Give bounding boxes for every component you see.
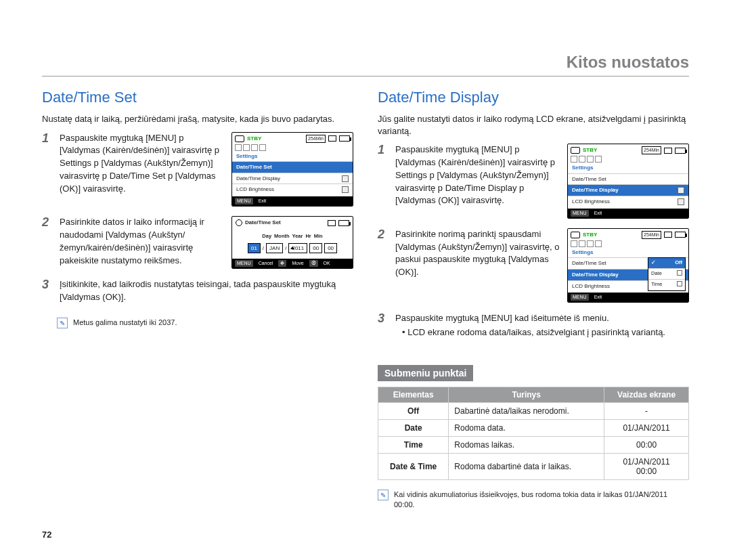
- table-row: Date Rodoma data. 01/JAN/2011: [378, 420, 689, 437]
- lcd-item-selected: Date/Time Display: [568, 184, 688, 196]
- step-number: 3: [42, 278, 54, 304]
- step-text: Paspauskite mygtuką [MENU] p [Valdymas (…: [60, 132, 226, 196]
- note-icon: ✎: [57, 318, 68, 328]
- stby-label: STBY: [583, 146, 597, 154]
- left-column: Date/Time Set Nustatę datą ir laiką, per…: [42, 89, 353, 511]
- item-icon: [678, 187, 684, 194]
- lcd-item: Date/Time Set: [568, 173, 688, 185]
- exit-label: Exit: [594, 294, 602, 301]
- popup-item: Time: [648, 280, 685, 290]
- col-label: Year: [292, 233, 303, 240]
- popup-item: Date: [648, 269, 685, 280]
- card-icon: [328, 135, 336, 142]
- page-header: Kitos nuostatos: [42, 53, 689, 77]
- battery-icon: [338, 220, 349, 226]
- left-step-2: 2 Pasirinkite datos ir laiko informaciją…: [42, 216, 353, 269]
- exit-label: Exit: [594, 210, 602, 217]
- content-columns: Date/Time Set Nustatę datą ir laiką, per…: [42, 89, 689, 511]
- right-step-3: 3 Paspauskite mygtuką [MENU] kad išeitum…: [378, 312, 689, 339]
- step-number: 1: [378, 144, 390, 219]
- note-text: Kai vidinis akumuliatorius išsieikvojęs,…: [394, 490, 689, 511]
- move-label: Move: [292, 260, 303, 267]
- popup-item: ✓Off: [648, 258, 685, 269]
- nav-icons: [232, 144, 353, 152]
- note-text: Metus galima nustatyti iki 2037.: [73, 318, 177, 328]
- col-label: Min: [314, 233, 323, 240]
- left-step-3: 3 Įsitikinkite, kad laikrodis nustatytas…: [42, 278, 353, 304]
- card-icon: [664, 148, 672, 154]
- exit-label: Exit: [259, 198, 267, 204]
- right-step-1: 1 Paspauskite mygtuką [MENU] p [Valdymas…: [378, 144, 689, 219]
- battery-icon: [339, 135, 350, 142]
- stby-label: STBY: [583, 231, 597, 239]
- cancel-label: Cancel: [259, 260, 273, 267]
- col-label: Hr: [305, 233, 311, 240]
- table-row: Time Rodomas laikas. 00:00: [378, 437, 689, 454]
- card-icon: [664, 232, 672, 238]
- minutes-label: 254Min: [306, 135, 326, 143]
- section-label: Settings: [568, 249, 688, 258]
- right-intro: Jūs galite nustatyti datos ir laiko rody…: [378, 113, 689, 137]
- lcd-screenshot-4: STBY 254Min Settings Date/Time Set Date/…: [567, 228, 689, 303]
- minutes-label: 254Min: [642, 231, 661, 239]
- gear-icon: [236, 219, 242, 226]
- stby-label: STBY: [247, 135, 261, 143]
- right-note: ✎ Kai vidinis akumuliatorius išsieikvoję…: [378, 490, 689, 511]
- step-number: 3: [378, 312, 390, 339]
- ok-label: OK: [324, 260, 330, 267]
- popup-menu: ✓Off Date Time: [648, 257, 686, 291]
- item-icon: [342, 175, 349, 182]
- table-row: Off Dabartinė data/laikas nerodomi. -: [378, 403, 689, 420]
- step-number: 1: [42, 132, 54, 207]
- item-icon: [678, 198, 684, 205]
- table-row: Date & Time Rodoma dabartinė data ir lai…: [378, 454, 689, 480]
- right-title: Date/Time Display: [378, 89, 689, 106]
- lcd-screenshot-2: Date/Time Set Day Month Year Hr Min: [231, 216, 353, 269]
- val-day: 01: [248, 243, 261, 254]
- menu-button-label: MENU: [235, 260, 253, 267]
- arrow-up-icon: [290, 246, 294, 249]
- th-element: Elementas: [378, 387, 449, 403]
- step-text: Įsitikinkite, kad laikrodis nustatytas t…: [60, 278, 353, 304]
- lcd-title: Date/Time Set: [245, 219, 281, 227]
- step-text: Paspauskite mygtuką [MENU] kad išeitumėt…: [395, 312, 689, 325]
- right-column: Date/Time Display Jūs galite nustatyti d…: [378, 89, 689, 511]
- val-hr: 00: [309, 243, 322, 254]
- battery-icon: [675, 232, 686, 238]
- right-step-2: 2 Pasirinkite norimą parinktį spausdami …: [378, 228, 689, 303]
- section-label: Settings: [568, 164, 688, 173]
- step-text: Pasirinkite norimą parinktį spausdami [V…: [395, 228, 562, 279]
- step-number: 2: [378, 228, 390, 303]
- submenu-table: Elementas Turinys Vaizdas ekrane Off Dab…: [378, 387, 689, 480]
- menu-button-label: MENU: [571, 210, 589, 217]
- section-label: Settings: [232, 152, 353, 162]
- lcd-item: Date/Time Display: [232, 173, 353, 184]
- lcd-item: LCD Brightness: [568, 196, 688, 207]
- left-step-1: 1 Paspauskite mygtuką [MENU] p [Valdymas…: [42, 132, 353, 207]
- left-intro: Nustatę datą ir laiką, peržiūrėdami įraš…: [42, 113, 353, 125]
- nav-icons: [568, 156, 688, 164]
- camera-icon: [571, 147, 580, 154]
- left-note: ✎ Metus galima nustatyti iki 2037.: [57, 318, 353, 328]
- val-min: 00: [324, 243, 337, 254]
- col-label: Month: [274, 233, 290, 240]
- lcd-screenshot-3: STBY 254Min Settings Date/Time Set Date/…: [567, 144, 689, 219]
- left-title: Date/Time Set: [42, 89, 353, 106]
- lcd-item: LCD Brightness: [232, 184, 353, 195]
- item-icon: [342, 186, 349, 193]
- battery-icon: [675, 148, 686, 154]
- step-text: Pasirinkite datos ir laiko informaciją i…: [60, 216, 226, 267]
- menu-button-label: MENU: [571, 294, 589, 301]
- camera-icon: [571, 232, 580, 238]
- step-subtext: LCD ekrane rodoma data/laikas, atsižvelg…: [407, 327, 665, 337]
- move-icon: ✥: [278, 260, 286, 267]
- lcd-item-selected: Date/Time Set: [232, 161, 353, 173]
- lcd-screenshot-1: STBY 254Min Settings Date/Time Set Date/…: [231, 132, 353, 207]
- ok-icon: ⦿: [309, 260, 318, 267]
- step-text: Paspauskite mygtuką [MENU] p [Valdymas (…: [395, 144, 562, 207]
- col-label: Day: [262, 233, 271, 240]
- submenu-header: Submeniu punktai: [378, 365, 473, 381]
- camera-icon: [235, 135, 244, 142]
- th-display: Vaizdas ekrane: [604, 387, 689, 403]
- val-month: JAN: [266, 243, 283, 254]
